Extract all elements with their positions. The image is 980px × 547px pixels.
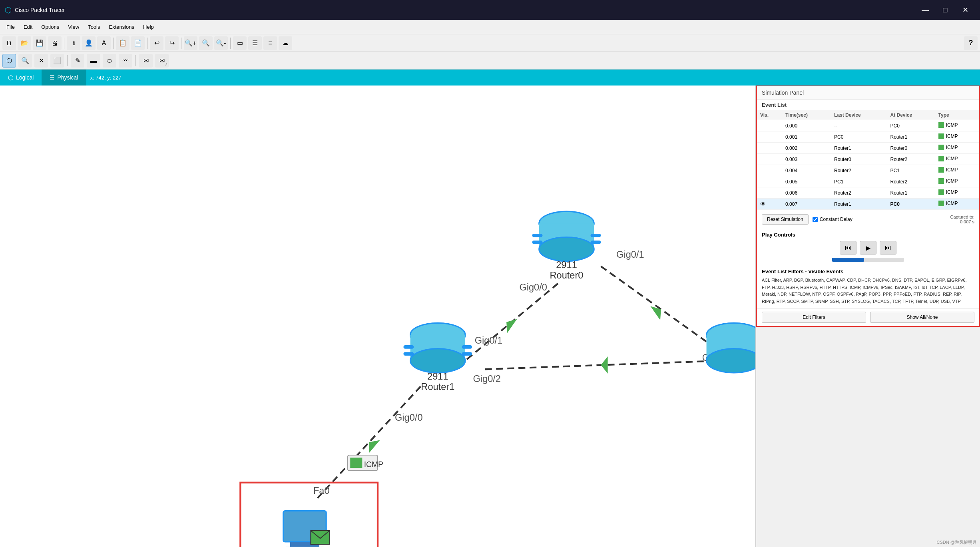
close-button[interactable]: ✕ [955,0,975,20]
svg-text:2911: 2911 [556,260,577,270]
logical-icon: ⬡ [8,74,14,82]
menu-extensions[interactable]: Extensions [105,22,138,32]
reset-simulation-button[interactable]: Reset Simulation [762,214,809,225]
event-row[interactable]: 0.000--PC0ICMP [757,120,979,131]
rewind-button[interactable]: ⏮ [840,241,857,255]
physical-label: Physical [57,74,78,81]
svg-line-3 [318,386,421,498]
watermark: CSDN @遊风解明月 [937,539,977,545]
help-button[interactable]: ? [964,36,978,50]
menu-file[interactable]: File [2,22,19,32]
menu-view[interactable]: View [64,22,83,32]
viewbar: ⬡ Logical ☰ Physical x: 742, y: 227 [0,70,980,86]
play-button[interactable]: ▶ [860,241,876,255]
svg-text:2911: 2911 [427,371,448,382]
event-row[interactable]: 0.005PC1Router2ICMP [757,176,979,187]
event-time: 0.001 [782,131,831,143]
svg-rect-28 [462,345,472,349]
event-last-device: Router0 [831,154,887,165]
toolbar2-sep2 [135,55,136,66]
menu-tools[interactable]: Tools [84,22,104,32]
menu-help[interactable]: Help [139,22,158,32]
show-all-none-button[interactable]: Show All/None [870,312,974,323]
event-type: ICMP [935,199,979,210]
event-type: ICMP [935,120,979,131]
email-tool[interactable]: ✉↗ [155,54,169,68]
rect-select-tool[interactable]: ⬜ [50,54,64,68]
sim-controls: Reset Simulation Constant Delay Captured… [757,210,979,229]
svg-text:Fa0: Fa0 [313,485,330,496]
save-file-button[interactable]: 💾 [33,36,46,50]
constant-delay-checkbox[interactable] [813,217,818,222]
menu-edit[interactable]: Edit [20,22,36,32]
cloud-button[interactable]: ☁ [279,36,292,50]
event-row[interactable]: 0.004Router2PC1ICMP [757,165,979,176]
event-last-device: -- [831,120,887,131]
zoom-select-tool[interactable]: 🔍 [18,54,32,68]
list-button[interactable]: ☰ [248,36,262,50]
toolbar2-sep1 [67,55,68,66]
menu-options[interactable]: Options [37,22,63,32]
print-button[interactable]: 🖨 [48,36,62,50]
select-tool[interactable]: ⬡ [2,54,16,68]
svg-rect-30 [462,352,472,356]
zoom-in-button[interactable]: 🔍+ [184,36,197,50]
event-at-device: Router0 [887,143,935,154]
event-type: ICMP [935,131,979,143]
zoom-out-button[interactable]: 🔍- [214,36,228,50]
event-type: ICMP [935,154,979,165]
user-button[interactable]: 👤 [82,36,96,50]
event-at-device: PC0 [887,120,935,131]
canvas-area[interactable]: Gig0/0 Gig0/1 Gig0/1 Gig0/2 Gig0/2 Gig0/… [0,86,756,547]
progress-bar[interactable] [832,258,904,262]
event-row[interactable]: 0.003Router0Router2ICMP [757,154,979,165]
toolbar-separator4 [181,38,181,49]
event-row[interactable]: 👁0.007Router1PC0ICMP [757,199,979,210]
event-row[interactable]: 0.006Router2Router1ICMP [757,187,979,199]
logical-tab[interactable]: ⬡ Logical [0,70,42,86]
titlebar: ⬡ Cisco Packet Tracer — □ ✕ [0,0,980,20]
edit-filters-button[interactable]: Edit Filters [762,312,866,323]
paste-button[interactable]: 📄 [131,36,145,50]
maximize-button[interactable]: □ [935,0,955,20]
redo-button[interactable]: ↪ [165,36,179,50]
draw-tool[interactable]: ✎ [71,54,84,68]
event-last-device: Router2 [831,187,887,199]
svg-text:Router1: Router1 [421,382,454,392]
grid-button[interactable]: ≡ [263,36,277,50]
open-file-button[interactable]: 📂 [18,36,31,50]
captured-to: Captured to: 0.007 s [950,215,974,224]
event-time: 0.007 [782,199,831,210]
info-button[interactable]: ℹ [67,36,80,50]
play-controls-label: Play Controls [757,229,979,241]
progress-fill [832,258,864,262]
svg-marker-6 [601,356,608,374]
forward-button[interactable]: ⏭ [880,241,896,255]
zoom-fit-button[interactable]: 🔍 [199,36,213,50]
svg-rect-20 [532,241,543,244]
svg-point-26 [410,349,465,373]
note-tool[interactable]: ✉ [139,54,153,68]
constant-delay-label: Constant Delay [813,217,853,222]
new-file-button[interactable]: 🗋 [2,36,16,50]
svg-rect-18 [532,234,543,237]
text-button[interactable]: A [97,36,111,50]
undo-button[interactable]: ↩ [150,36,163,50]
col-vis: Vis. [757,110,782,120]
event-row[interactable]: 0.002Router1Router0ICMP [757,143,979,154]
toolbar-separator5 [230,38,231,49]
copy-button[interactable]: 📋 [116,36,129,50]
physical-tab[interactable]: ☰ Physical [42,70,86,86]
event-last-device: PC0 [831,131,887,143]
ellipse-tool[interactable]: ⬭ [103,54,116,68]
event-vis [757,154,782,165]
window-button[interactable]: ▭ [233,36,247,50]
svg-text:Gig0/1: Gig0/1 [616,249,644,260]
curve-tool[interactable]: 〰 [119,54,132,68]
svg-rect-44 [350,457,362,468]
minimize-button[interactable]: — [915,0,935,20]
svg-text:Router0: Router0 [550,270,584,280]
line-tool[interactable]: ▬ [87,54,100,68]
event-row[interactable]: 0.001PC0Router1ICMP [757,131,979,143]
delete-tool[interactable]: ✕ [34,54,48,68]
